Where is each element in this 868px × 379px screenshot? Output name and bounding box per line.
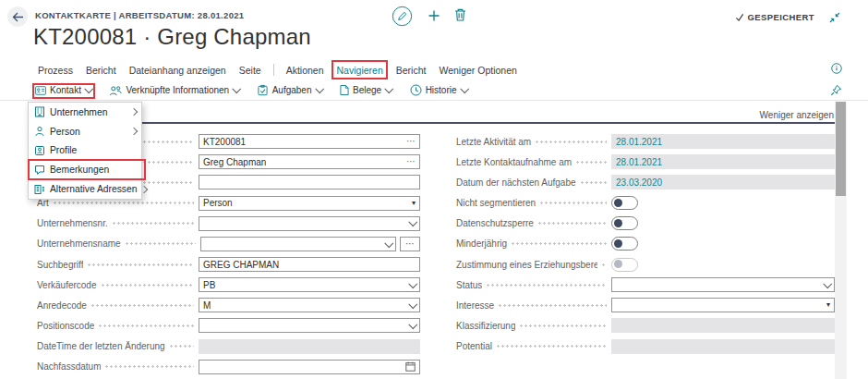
field-label: Potential bbox=[456, 341, 492, 351]
dotted-leader bbox=[511, 242, 607, 245]
tab-seite[interactable]: Seite bbox=[238, 63, 262, 78]
dotted-leader bbox=[486, 284, 607, 287]
action-bar: Kontakt Verknüpfte Informationen Aufgabe… bbox=[35, 80, 467, 100]
suchbegriff-field[interactable]: GREG CHAPMAN bbox=[199, 257, 420, 272]
unternehmensnr-field[interactable] bbox=[199, 216, 420, 231]
calendar-icon[interactable] bbox=[405, 361, 416, 372]
name-field[interactable]: Greg Chapman bbox=[199, 154, 420, 169]
interesse-select[interactable] bbox=[611, 298, 835, 312]
ellipsis-icon[interactable] bbox=[406, 137, 416, 146]
verkaeufercode-field[interactable]: PB bbox=[199, 277, 420, 292]
field-row-interesse: Interesse bbox=[456, 295, 835, 315]
dotted-leader bbox=[87, 263, 194, 266]
tab-navigieren[interactable]: Navigieren bbox=[336, 63, 384, 78]
plus-icon bbox=[428, 9, 440, 22]
toolbar-divider bbox=[0, 100, 868, 101]
tab-weniger-optionen[interactable]: Weniger Optionen bbox=[438, 63, 517, 78]
menu-item-label: Alternative Adressen bbox=[50, 184, 137, 194]
trash-icon bbox=[454, 8, 466, 21]
dropdown-arrow-icon[interactable] bbox=[412, 200, 416, 207]
nachfassdatum-field[interactable] bbox=[199, 360, 420, 374]
toggle-off[interactable] bbox=[611, 237, 638, 251]
field-label: Unternehmensnr. bbox=[37, 218, 108, 228]
field-row-potential: Potential bbox=[456, 336, 835, 357]
dotted-leader bbox=[601, 263, 607, 266]
dotted-leader bbox=[112, 222, 194, 225]
anredecode-field[interactable]: M bbox=[199, 298, 420, 312]
check-icon bbox=[735, 13, 744, 22]
belege-button[interactable]: Belege bbox=[340, 84, 392, 96]
nr-field[interactable]: KT200081 bbox=[199, 134, 420, 149]
verknuepfte-informationen-button[interactable]: Verknüpfte Informationen bbox=[109, 85, 239, 96]
field-row-positionscode: Positionscode bbox=[37, 315, 420, 336]
unpin-button[interactable] bbox=[830, 84, 842, 96]
ribbon-menu: Prozess Bericht Dateianhang anzeigen Sei… bbox=[37, 61, 518, 79]
chevron-down-icon bbox=[233, 84, 241, 92]
menu-item-unternehmen[interactable]: Unternehmen bbox=[29, 103, 141, 122]
field-label: Unternehmensname bbox=[37, 238, 121, 249]
datenschutzsperre-toggle-area bbox=[611, 216, 835, 231]
toggle-off[interactable] bbox=[611, 196, 638, 210]
field-label: Datum der nächsten Aufgabe bbox=[456, 177, 576, 188]
field-row-nachfassdatum: Nachfassdatum bbox=[37, 357, 420, 377]
active-tab-underline bbox=[336, 78, 384, 79]
kontakt-dropdown-menu: Unternehmen Person Profile Bemerkungen bbox=[28, 102, 142, 200]
building-icon bbox=[34, 106, 45, 117]
name2-field[interactable] bbox=[199, 175, 420, 190]
status-field[interactable] bbox=[611, 277, 835, 292]
dotted-leader bbox=[98, 324, 194, 327]
dotted-leader bbox=[580, 181, 607, 184]
toggle-knob bbox=[614, 199, 622, 207]
field-row-zustimmung: Zustimmung eines Erziehungsberechtigten … bbox=[456, 254, 835, 275]
chevron-down-icon[interactable] bbox=[408, 279, 416, 287]
chevron-down-icon[interactable] bbox=[408, 218, 416, 226]
form-column-right: Letzte Aktivität am 28.01.2021 Letzte Ko… bbox=[456, 131, 835, 357]
aufgaben-button[interactable]: Aufgaben bbox=[258, 84, 322, 96]
menu-item-alternative-adressen[interactable]: Alternative Adressen bbox=[29, 179, 141, 199]
zustimmung-toggle-area bbox=[611, 257, 835, 272]
speech-bubble-icon bbox=[34, 165, 45, 176]
chevron-down-icon[interactable] bbox=[408, 320, 416, 328]
field-row-klassifizierung: Klassifizierung bbox=[456, 315, 835, 336]
dotted-leader bbox=[101, 284, 195, 287]
tab-prozess[interactable]: Prozess bbox=[37, 63, 74, 78]
tab-navigieren-label: Navigieren bbox=[337, 65, 383, 76]
dotted-leader bbox=[496, 345, 607, 348]
chevron-down-icon[interactable] bbox=[823, 279, 831, 287]
field-label: Suchbegriff bbox=[37, 260, 83, 270]
exit-fullscreen-button[interactable] bbox=[829, 12, 840, 23]
tab-bericht-2[interactable]: Bericht bbox=[395, 63, 428, 78]
letzte-kontaktaufnahme-field: 28.01.2021 bbox=[611, 154, 835, 169]
unternehmensname-field[interactable] bbox=[200, 237, 396, 251]
tab-dateianhang-anzeigen[interactable]: Dateianhang anzeigen bbox=[128, 63, 227, 78]
field-row-verkaeufercode: Verkäufercode PB bbox=[37, 275, 420, 295]
chevron-down-icon[interactable] bbox=[384, 238, 392, 247]
positionscode-field[interactable] bbox=[199, 318, 420, 333]
new-button[interactable] bbox=[428, 9, 440, 22]
field-label: Nachfassdatum bbox=[37, 361, 101, 372]
minderjaehrig-toggle-area bbox=[611, 237, 835, 251]
field-label: Letzte Kontaktaufnahme am bbox=[456, 157, 572, 167]
delete-button[interactable] bbox=[454, 8, 466, 21]
menu-item-profile[interactable]: Profile bbox=[29, 141, 141, 161]
assist-edit-button[interactable] bbox=[400, 237, 420, 251]
info-button[interactable] bbox=[831, 63, 842, 74]
scrollbar-thumb[interactable] bbox=[836, 102, 846, 196]
menu-item-person[interactable]: Person bbox=[29, 122, 141, 141]
historie-button[interactable]: Historie bbox=[410, 84, 467, 96]
chevron-down-icon[interactable] bbox=[408, 300, 416, 308]
field-value: M bbox=[203, 300, 211, 311]
kontakt-menu-button[interactable]: Kontakt bbox=[35, 85, 91, 96]
art-select[interactable]: Person bbox=[199, 196, 420, 211]
menu-item-bemerkungen[interactable]: Bemerkungen bbox=[29, 160, 141, 179]
tab-aktionen[interactable]: Aktionen bbox=[285, 63, 325, 78]
ellipsis-icon[interactable] bbox=[406, 157, 416, 166]
dropdown-arrow-icon[interactable] bbox=[826, 301, 830, 309]
show-less-link[interactable]: Weniger anzeigen bbox=[760, 110, 834, 120]
tab-bericht[interactable]: Bericht bbox=[85, 63, 117, 78]
edit-button[interactable] bbox=[392, 6, 413, 27]
toggle-knob bbox=[614, 219, 622, 227]
back-button[interactable] bbox=[7, 6, 28, 27]
tasks-icon bbox=[258, 84, 269, 96]
toggle-off[interactable] bbox=[611, 216, 638, 230]
